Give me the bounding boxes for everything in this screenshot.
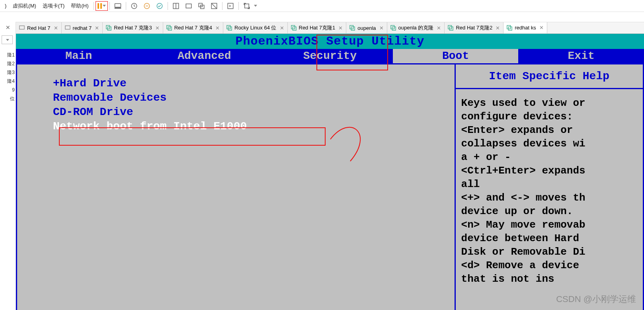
tree-item[interactable]: 隆3	[1, 68, 15, 77]
stack-icon	[349, 25, 355, 31]
app-menubar: ) 虚拟机(M) 选项卡(T) 帮助(H)	[0, 0, 644, 12]
tree-item[interactable]: 隆1	[1, 51, 15, 59]
vm-tab[interactable]: oupenla 的克隆✕	[387, 22, 445, 33]
tree-item[interactable]: 隆4	[1, 77, 15, 86]
library-tree: 隆1 隆2 隆3 隆4 9 位	[0, 47, 16, 106]
tree-item[interactable]: 隆2	[1, 59, 15, 68]
svg-rect-22	[291, 25, 295, 29]
svg-rect-7	[186, 4, 191, 8]
boot-item[interactable]: Network boot from Intel E1000	[53, 119, 447, 134]
help-title: Item Specific Help	[456, 64, 643, 89]
vm-tab-label: Red Hat 7克隆2	[456, 24, 492, 31]
close-icon[interactable]: ✕	[154, 25, 160, 31]
vm-tab-label: redhat ks	[515, 25, 536, 31]
svg-rect-21	[228, 27, 232, 30]
svg-rect-14	[20, 26, 24, 29]
stack-icon	[166, 25, 172, 31]
view-single-button[interactable]	[170, 1, 181, 11]
svg-rect-28	[448, 25, 452, 29]
vm-tab[interactable]: redhat ks✕	[503, 22, 547, 34]
vm-tab[interactable]: Red Hat 7 克隆3✕	[103, 22, 163, 33]
vm-tab[interactable]: Rocky Linux 64 位✕	[223, 22, 288, 33]
menu-help[interactable]: 帮助(H)	[68, 1, 92, 11]
vm-tab[interactable]: Red Hat 7 克隆4✕	[163, 22, 223, 33]
watermark: CSDN @小刚学运维	[556, 293, 636, 305]
tree-item[interactable]: 位	[1, 94, 15, 103]
enter-vm-button[interactable]	[225, 1, 236, 11]
view-console-button[interactable]	[183, 1, 194, 11]
bios-menu-main[interactable]: Main	[16, 49, 142, 63]
close-icon[interactable]: ✕	[379, 25, 384, 31]
boot-item[interactable]: CD-ROM Drive	[53, 105, 447, 119]
vm-tab-label: oupenla	[357, 25, 376, 31]
send-keys-button[interactable]	[112, 1, 123, 11]
snapshot-manage-button[interactable]	[154, 1, 165, 11]
vm-tab[interactable]: Red Hat 7✕	[16, 22, 62, 33]
svg-rect-0	[115, 4, 121, 7]
snapshot-revert-button[interactable]	[141, 1, 152, 11]
stack-icon	[507, 25, 512, 31]
svg-rect-30	[507, 25, 511, 29]
bios-help-panel: Item Specific Help Keys used to view or …	[456, 64, 644, 310]
menu-vm[interactable]: 虚拟机(M)	[10, 1, 39, 11]
menu-tabs[interactable]: 选项卡(T)	[39, 1, 68, 11]
monitor-icon	[65, 25, 70, 31]
vm-tab[interactable]: Red Hat 7克隆2✕	[445, 22, 503, 33]
tree-item[interactable]: 9	[1, 86, 15, 94]
bios-menu-advanced[interactable]: Advanced	[142, 49, 267, 63]
pause-icon	[98, 3, 102, 9]
close-icon[interactable]: ✕	[338, 25, 343, 31]
library-dropdown[interactable]	[2, 35, 13, 44]
stack-icon	[291, 25, 297, 31]
close-icon[interactable]: ✕	[436, 25, 442, 31]
stack-icon	[226, 25, 232, 31]
svg-rect-19	[168, 27, 172, 30]
bios-menu-boot[interactable]: Boot	[393, 49, 519, 63]
vm-tab[interactable]: redhat 7✕	[62, 22, 103, 33]
svg-rect-13	[244, 4, 249, 8]
svg-rect-17	[108, 27, 111, 30]
help-body: Keys used to view or configure devices: …	[456, 89, 643, 293]
close-icon[interactable]: ✕	[215, 25, 221, 31]
pause-button-annotated[interactable]	[96, 1, 108, 11]
bios-title: PhoenixBIOS Setup Utility	[16, 34, 644, 49]
chevron-down-icon	[103, 5, 106, 7]
view-fullscreen-button[interactable]	[209, 1, 220, 11]
vm-tab[interactable]: Red Hat 7克隆1✕	[288, 22, 347, 33]
stack-icon	[106, 25, 111, 31]
snapshot-button[interactable]	[129, 1, 140, 11]
close-icon[interactable]: ✕	[4, 24, 12, 32]
svg-line-11	[211, 3, 217, 9]
library-sidebar: ✕ 隆1 隆2 隆3 隆4 9 位	[0, 22, 16, 310]
vm-tab-label: oupenla 的克隆	[398, 24, 434, 31]
svg-rect-24	[350, 25, 353, 29]
stretch-button[interactable]	[241, 1, 252, 11]
view-unity-button[interactable]	[196, 1, 207, 11]
vm-tab-label: Red Hat 7	[27, 25, 51, 31]
close-icon[interactable]: ✕	[94, 25, 100, 31]
monitor-icon	[19, 25, 25, 31]
boot-item[interactable]: +Hard Drive	[53, 76, 447, 91]
bios-menu-security[interactable]: Security	[267, 49, 393, 63]
svg-rect-23	[293, 27, 296, 30]
vm-tab[interactable]: oupenla✕	[346, 22, 387, 33]
close-icon[interactable]: ✕	[495, 25, 501, 31]
bios-screen: PhoenixBIOS Setup Utility MainAdvancedSe…	[16, 34, 644, 310]
vm-tab-label: Rocky Linux 64 位	[234, 24, 277, 31]
vm-tabstrip: Red Hat 7✕redhat 7✕Red Hat 7 克隆3✕Red Hat…	[16, 22, 644, 34]
bios-menu-exit[interactable]: Exit	[518, 49, 644, 63]
svg-rect-16	[106, 25, 110, 29]
svg-rect-25	[351, 27, 355, 30]
close-icon[interactable]: ✕	[53, 25, 59, 31]
vm-viewport: PhoenixBIOS Setup Utility MainAdvancedSe…	[16, 34, 644, 310]
close-icon[interactable]: ✕	[279, 25, 285, 31]
stack-icon	[448, 25, 453, 31]
svg-rect-31	[509, 27, 512, 30]
chevron-down-icon[interactable]	[254, 5, 257, 7]
boot-item[interactable]: Removable Devices	[53, 91, 447, 105]
boot-order-list[interactable]: +Hard Drive Removable Devices CD-ROM Dri…	[53, 76, 447, 134]
svg-rect-20	[227, 25, 230, 29]
vm-tab-label: redhat 7	[73, 25, 92, 31]
svg-rect-26	[390, 25, 394, 29]
close-icon[interactable]: ✕	[539, 25, 544, 31]
